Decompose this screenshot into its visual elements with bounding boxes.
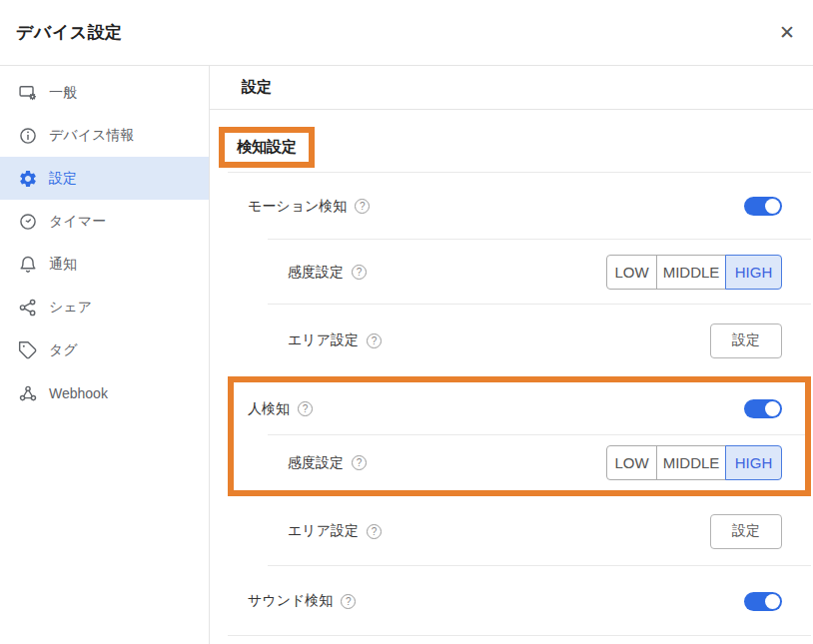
- human-sensitivity-group: LOW MIDDLE HIGH: [606, 445, 782, 480]
- sidebar-item-webhook[interactable]: Webhook: [0, 371, 209, 414]
- sidebar-item-notifications[interactable]: 通知: [0, 243, 209, 286]
- help-icon[interactable]: ?: [352, 265, 367, 280]
- help-icon[interactable]: ?: [355, 199, 370, 214]
- section-title: 検知設定: [237, 138, 297, 155]
- sound-detection-row: サウンド検知 ?: [210, 566, 813, 636]
- settings-panel: 設定 検知設定 モーション検知 ? 感度設定 ?: [210, 66, 813, 644]
- bell-icon: [18, 255, 38, 275]
- device-settings-dialog: デバイス設定 ✕ 一般 デバイス情報: [0, 0, 813, 644]
- human-area-setting-button[interactable]: 設定: [710, 514, 782, 549]
- info-icon: [18, 126, 38, 146]
- motion-area-row: エリア設定 ? 設定: [210, 305, 813, 376]
- help-icon[interactable]: ?: [298, 401, 313, 416]
- motion-sensitivity-middle-button[interactable]: MIDDLE: [656, 255, 726, 290]
- sidebar-item-settings[interactable]: 設定: [0, 157, 209, 200]
- divider: [228, 635, 811, 636]
- motion-detection-label: モーション検知: [248, 198, 347, 216]
- gear-icon: [18, 169, 38, 189]
- sidebar-item-tags[interactable]: タグ: [0, 328, 209, 371]
- detection-section-head: 検知設定: [210, 110, 813, 172]
- help-icon[interactable]: ?: [352, 455, 367, 470]
- sidebar-item-device-info[interactable]: デバイス情報: [0, 114, 209, 157]
- sidebar-item-label: 一般: [49, 84, 77, 102]
- annotation-highlight-section-title: 検知設定: [219, 127, 315, 168]
- motion-detection-toggle[interactable]: [744, 197, 782, 216]
- sensitivity-label: 感度設定: [288, 264, 344, 282]
- sound-detection-label: サウンド検知: [248, 592, 333, 610]
- motion-sensitivity-high-button[interactable]: HIGH: [725, 255, 782, 290]
- annotation-highlight-human-detection: 人検知 ? 感度設定 ? LOW MIDDLE HIGH: [228, 376, 811, 496]
- human-detection-label: 人検知: [248, 400, 290, 418]
- human-detection-toggle[interactable]: [744, 399, 782, 418]
- sidebar-item-label: 通知: [49, 256, 77, 274]
- sensitivity-label: 感度設定: [288, 454, 344, 472]
- sidebar-item-label: Webhook: [49, 385, 108, 401]
- panel-title: 設定: [242, 78, 272, 97]
- titlebar: デバイス設定 ✕: [0, 0, 813, 66]
- motion-detection-row: モーション検知 ?: [210, 173, 813, 240]
- tag-icon: [18, 340, 38, 360]
- motion-area-setting-button[interactable]: 設定: [710, 323, 782, 358]
- sidebar-item-label: デバイス情報: [49, 127, 134, 145]
- sidebar-item-label: シェア: [49, 299, 92, 317]
- human-sensitivity-high-button[interactable]: HIGH: [725, 445, 782, 480]
- area-setting-label: エリア設定: [288, 331, 359, 349]
- sidebar-item-timer[interactable]: タイマー: [0, 200, 209, 243]
- motion-sensitivity-row: 感度設定 ? LOW MIDDLE HIGH: [210, 240, 813, 305]
- close-icon[interactable]: ✕: [779, 23, 795, 42]
- toggle-knob: [765, 199, 780, 214]
- human-area-row: エリア設定 ? 設定: [210, 496, 813, 566]
- sidebar: 一般 デバイス情報 設定 タイマー: [0, 66, 210, 644]
- human-detection-row: 人検知 ?: [234, 382, 805, 435]
- area-setting-label: エリア設定: [288, 522, 359, 540]
- sidebar-item-general[interactable]: 一般: [0, 71, 209, 114]
- toggle-knob: [765, 401, 780, 416]
- toggle-knob: [765, 594, 780, 609]
- sidebar-item-label: 設定: [49, 170, 77, 188]
- motion-sensitivity-group: LOW MIDDLE HIGH: [606, 255, 782, 290]
- clock-icon: [18, 212, 38, 232]
- webhook-icon: [18, 383, 38, 403]
- sidebar-item-label: タイマー: [49, 213, 106, 231]
- dialog-title: デバイス設定: [16, 21, 123, 44]
- share-icon: [18, 298, 38, 318]
- motion-sensitivity-low-button[interactable]: LOW: [606, 255, 657, 290]
- sidebar-item-share[interactable]: シェア: [0, 286, 209, 328]
- help-icon[interactable]: ?: [367, 333, 382, 348]
- human-sensitivity-row: 感度設定 ? LOW MIDDLE HIGH: [234, 435, 805, 490]
- sound-detection-toggle[interactable]: [744, 592, 782, 611]
- human-sensitivity-middle-button[interactable]: MIDDLE: [656, 445, 726, 480]
- help-icon[interactable]: ?: [367, 524, 382, 539]
- help-icon[interactable]: ?: [341, 594, 356, 609]
- panel-header: 設定: [210, 66, 813, 110]
- sidebar-item-label: タグ: [49, 341, 78, 359]
- device-general-icon: [18, 83, 38, 103]
- human-sensitivity-low-button[interactable]: LOW: [606, 445, 657, 480]
